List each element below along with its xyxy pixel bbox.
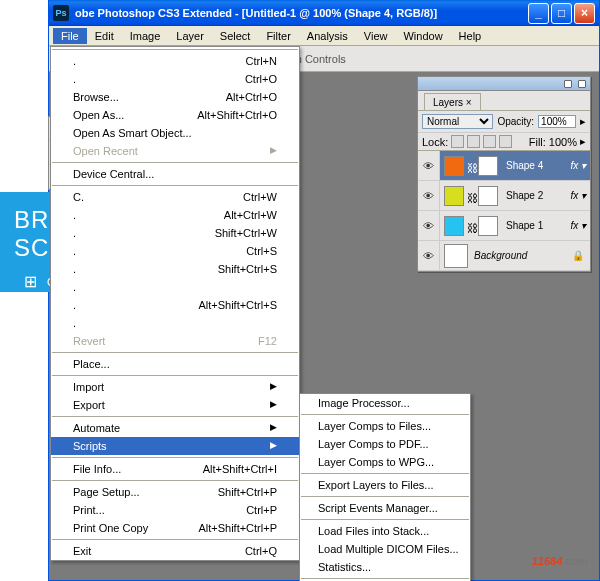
scripts-menu-item[interactable]: Load Multiple DICOM Files... <box>300 540 470 558</box>
layer-name[interactable]: Shape 1 <box>502 220 566 231</box>
opacity-input[interactable]: 100% <box>538 115 576 128</box>
fx-badge[interactable]: fx ▾ <box>566 190 590 201</box>
file-menu-item[interactable]: ExitCtrl+Q <box>51 542 299 560</box>
file-menu-item[interactable]: .Alt+Shift+Ctrl+S <box>51 296 299 314</box>
layers-panel: Layers × Normal Opacity: 100% ▸ Lock: Fi… <box>417 76 591 272</box>
file-menu-item[interactable]: .Ctrl+N <box>51 52 299 70</box>
fill-input[interactable]: 100% <box>549 136 577 148</box>
scripts-menu-item[interactable]: Load Files into Stack... <box>300 522 470 540</box>
menu-help[interactable]: Help <box>451 28 490 44</box>
maximize-button[interactable]: □ <box>551 3 572 24</box>
layer-thumbnail[interactable] <box>444 244 468 268</box>
menu-filter[interactable]: Filter <box>258 28 298 44</box>
file-menu-item[interactable]: .Ctrl+O <box>51 70 299 88</box>
visibility-icon[interactable]: 👁 <box>418 211 440 240</box>
file-menu-item[interactable]: .Ctrl+S <box>51 242 299 260</box>
lock-position-icon[interactable] <box>483 135 496 148</box>
scripts-submenu: Image Processor...Layer Comps to Files..… <box>299 393 471 581</box>
file-menu-item[interactable]: Scripts▶ <box>51 437 299 455</box>
mask-thumbnail[interactable] <box>478 186 498 206</box>
menu-image[interactable]: Image <box>122 28 169 44</box>
file-menu-item[interactable]: Import▶ <box>51 378 299 396</box>
file-menu-item: RevertF12 <box>51 332 299 350</box>
menu-window[interactable]: Window <box>395 28 450 44</box>
file-menu-item[interactable]: Open As Smart Object... <box>51 124 299 142</box>
layer-name[interactable]: Shape 2 <box>502 190 566 201</box>
file-menu-item[interactable]: File Info...Alt+Shift+Ctrl+I <box>51 460 299 478</box>
file-menu-item[interactable]: Print One CopyAlt+Shift+Ctrl+P <box>51 519 299 537</box>
menubar: File Edit Image Layer Select Filter Anal… <box>49 26 599 46</box>
lock-pixels-icon[interactable] <box>467 135 480 148</box>
scripts-menu-item[interactable]: Image Processor... <box>300 394 470 412</box>
opacity-flyout-icon[interactable]: ▸ <box>580 115 586 128</box>
scripts-menu-item[interactable]: Layer Comps to Files... <box>300 417 470 435</box>
link-icon: ⛓ <box>467 192 475 200</box>
visibility-icon[interactable]: 👁 <box>418 241 440 270</box>
windows-icon: ⊞ <box>24 272 37 291</box>
fill-flyout-icon[interactable]: ▸ <box>580 135 586 148</box>
visibility-icon[interactable]: 👁 <box>418 151 440 180</box>
file-menu: .Ctrl+N.Ctrl+OBrowse...Alt+Ctrl+OOpen As… <box>50 46 300 561</box>
lock-icon: 🔒 <box>566 250 590 261</box>
layer-name[interactable]: Shape 4 <box>502 160 566 171</box>
scripts-menu-item[interactable]: Layer Comps to WPG... <box>300 453 470 471</box>
link-icon: ⛓ <box>467 162 475 170</box>
file-menu-item[interactable]: .Shift+Ctrl+W <box>51 224 299 242</box>
file-menu-item[interactable]: Open As...Alt+Shift+Ctrl+O <box>51 106 299 124</box>
link-icon: ⛓ <box>467 222 475 230</box>
layer-thumbnail[interactable] <box>444 156 464 176</box>
layer-row-background[interactable]: 👁Background🔒 <box>418 241 590 271</box>
layer-row[interactable]: 👁⛓Shape 4fx ▾ <box>418 151 590 181</box>
scripts-menu-item[interactable]: Script Events Manager... <box>300 499 470 517</box>
lock-transparency-icon[interactable] <box>451 135 464 148</box>
close-button[interactable]: × <box>574 3 595 24</box>
menu-select[interactable]: Select <box>212 28 259 44</box>
file-menu-item[interactable]: .Alt+Ctrl+W <box>51 206 299 224</box>
opacity-label: Opacity: <box>497 116 534 127</box>
fx-badge[interactable]: fx ▾ <box>566 160 590 171</box>
file-menu-item[interactable]: . <box>51 278 299 296</box>
scripts-menu-item[interactable]: Statistics... <box>300 558 470 576</box>
tab-layers[interactable]: Layers × <box>424 93 481 110</box>
layer-name[interactable]: Background <box>468 250 566 261</box>
layer-row[interactable]: 👁⛓Shape 2fx ▾ <box>418 181 590 211</box>
file-menu-item[interactable]: Place... <box>51 355 299 373</box>
file-menu-item[interactable]: Browse...Alt+Ctrl+O <box>51 88 299 106</box>
menu-edit[interactable]: Edit <box>87 28 122 44</box>
file-menu-item[interactable]: C.Ctrl+W <box>51 188 299 206</box>
file-menu-item[interactable]: Automate▶ <box>51 419 299 437</box>
menu-layer[interactable]: Layer <box>168 28 212 44</box>
panel-header-bar[interactable] <box>418 77 590 91</box>
menu-view[interactable]: View <box>356 28 396 44</box>
fill-label: Fill: <box>529 136 546 148</box>
file-menu-item[interactable]: Print...Ctrl+P <box>51 501 299 519</box>
lock-label: Lock: <box>422 136 448 148</box>
file-menu-item[interactable]: Device Central... <box>51 165 299 183</box>
lock-all-icon[interactable] <box>499 135 512 148</box>
menu-file[interactable]: File <box>53 28 87 44</box>
visibility-icon[interactable]: 👁 <box>418 181 440 210</box>
file-menu-item[interactable]: .Shift+Ctrl+S <box>51 260 299 278</box>
layer-row[interactable]: 👁⛓Shape 1fx ▾ <box>418 211 590 241</box>
scripts-menu-item[interactable]: Layer Comps to PDF... <box>300 435 470 453</box>
watermark-logo: 11684.com <box>532 545 588 571</box>
file-menu-item[interactable]: Export▶ <box>51 396 299 414</box>
menu-analysis[interactable]: Analysis <box>299 28 356 44</box>
layer-thumbnail[interactable] <box>444 216 464 236</box>
fx-badge[interactable]: fx ▾ <box>566 220 590 231</box>
mask-thumbnail[interactable] <box>478 156 498 176</box>
file-menu-item[interactable]: . <box>51 314 299 332</box>
titlebar: Ps obe Photoshop CS3 Extended - [Untitle… <box>49 0 599 26</box>
file-menu-item: Open Recent▶ <box>51 142 299 160</box>
scripts-menu-item[interactable]: Export Layers to Files... <box>300 476 470 494</box>
file-menu-item[interactable]: Page Setup...Shift+Ctrl+P <box>51 483 299 501</box>
mask-thumbnail[interactable] <box>478 216 498 236</box>
layer-thumbnail[interactable] <box>444 186 464 206</box>
minimize-button[interactable]: _ <box>528 3 549 24</box>
window-title: obe Photoshop CS3 Extended - [Untitled-1… <box>75 7 528 19</box>
panel-collapse-icon[interactable] <box>578 80 586 88</box>
blend-mode-select[interactable]: Normal <box>422 114 493 129</box>
photoshop-icon: Ps <box>53 5 69 21</box>
panel-menu-icon[interactable] <box>564 80 572 88</box>
